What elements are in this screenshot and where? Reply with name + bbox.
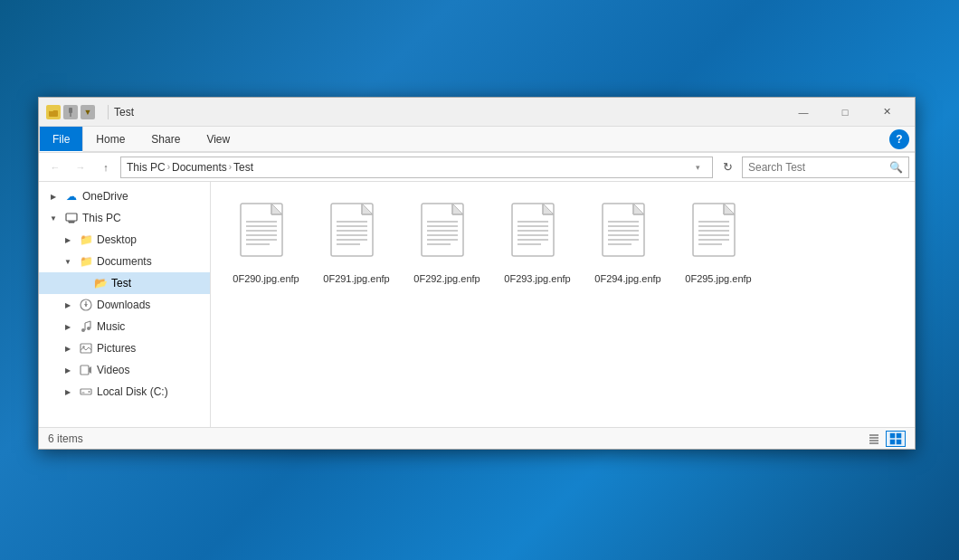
sidebar-item-music[interactable]: ▶ Music: [39, 316, 210, 337]
pictures-label: Pictures: [97, 342, 136, 355]
help-button[interactable]: ?: [889, 129, 909, 149]
file-name: 0F291.jpg.enfp: [323, 272, 389, 285]
sidebar-item-videos[interactable]: ▶ Videos: [39, 359, 210, 381]
svg-rect-2: [69, 108, 72, 113]
localdisk-label: Local Disk (C:): [97, 385, 168, 398]
view-buttons: [864, 431, 906, 447]
sidebar-item-documents[interactable]: ▼ 📁 Documents: [39, 251, 210, 272]
pictures-icon: [79, 341, 93, 356]
file-area: 0F290.jpg.enfp 0F291.jpg.enfp 0F292.jpg.…: [211, 182, 915, 427]
sidebar-item-downloads[interactable]: ▶ Downloads: [39, 294, 210, 316]
sidebar-item-localdisk[interactable]: ▶ Local Disk (C:): [39, 381, 210, 403]
close-button[interactable]: ✕: [866, 98, 907, 127]
file-icon-svg: [237, 202, 295, 269]
breadcrumb-documents[interactable]: Documents: [172, 161, 227, 174]
music-label: Music: [97, 320, 125, 333]
breadcrumb-sep-2: ›: [229, 162, 232, 172]
file-name: 0F293.jpg.enfp: [504, 272, 570, 285]
sidebar: ▶ ☁ OneDrive ▼ This PC ▶ 📁 Desktop ▼: [39, 182, 211, 427]
svg-rect-87: [897, 440, 901, 444]
file-name: 0F292.jpg.enfp: [413, 272, 480, 285]
file-explorer-window: ▼ Test — □ ✕ File Home Share View ? ← → …: [38, 97, 916, 450]
documents-icon: 📁: [79, 254, 93, 269]
file-icon-svg: [599, 202, 657, 269]
search-box: 🔍: [742, 157, 909, 178]
sidebar-item-onedrive[interactable]: ▶ ☁ OneDrive: [39, 185, 210, 207]
details-view-button[interactable]: [864, 431, 884, 447]
status-item-count: 6 items: [48, 432, 83, 445]
file-item[interactable]: 0F291.jpg.enfp: [316, 196, 397, 290]
thispc-label: This PC: [82, 212, 121, 224]
sidebar-item-test[interactable]: 📂 Test: [39, 272, 210, 294]
file-name: 0F294.jpg.enfp: [594, 272, 660, 285]
title-bar: ▼ Test — □ ✕: [39, 98, 915, 127]
title-bar-separator: [108, 105, 109, 119]
expand-arrow-documents: ▼: [61, 254, 75, 269]
maximize-button[interactable]: □: [824, 98, 866, 127]
file-name: 0F295.jpg.enfp: [685, 272, 751, 285]
status-bar: 6 items: [39, 427, 915, 449]
tab-view[interactable]: View: [194, 127, 243, 151]
ribbon-tabs: File Home Share View ?: [39, 127, 915, 152]
music-icon: [79, 319, 93, 334]
videos-label: Videos: [97, 364, 129, 376]
quick-access-arrow: ▼: [81, 105, 95, 119]
tab-home[interactable]: Home: [83, 127, 138, 151]
downloads-label: Downloads: [97, 299, 150, 311]
svg-rect-86: [890, 440, 895, 444]
address-dropdown-arrow[interactable]: ▾: [688, 163, 707, 172]
back-button[interactable]: ←: [44, 157, 66, 178]
onedrive-icon: ☁: [64, 189, 79, 204]
pin-icon: [63, 105, 78, 119]
file-item[interactable]: 0F290.jpg.enfp: [225, 196, 307, 290]
address-bar: ← → ↑ This PC › Documents › Test ▾ ↻ 🔍: [39, 153, 915, 182]
folder-icon: [46, 105, 61, 119]
file-item[interactable]: 0F295.jpg.enfp: [678, 196, 759, 290]
svg-line-13: [85, 321, 90, 323]
up-button[interactable]: ↑: [95, 157, 117, 178]
svg-rect-85: [897, 433, 901, 438]
svg-rect-1: [49, 109, 53, 111]
search-icon: 🔍: [889, 161, 903, 174]
expand-arrow-videos: ▶: [61, 363, 75, 377]
localdisk-icon: [79, 384, 93, 399]
test-icon: 📂: [93, 276, 108, 290]
title-bar-icons: ▼: [46, 105, 95, 119]
downloads-icon: [79, 298, 93, 312]
videos-icon: [79, 363, 93, 377]
desktop-icon: 📁: [79, 233, 93, 247]
test-label: Test: [111, 277, 131, 289]
file-item[interactable]: 0F292.jpg.enfp: [406, 196, 488, 290]
window-title: Test: [114, 106, 783, 119]
file-item[interactable]: 0F294.jpg.enfp: [587, 196, 669, 290]
file-item[interactable]: 0F293.jpg.enfp: [497, 196, 578, 290]
file-icon-svg: [689, 202, 747, 269]
sidebar-item-pictures[interactable]: ▶ Pictures: [39, 337, 210, 359]
file-icon-svg: [418, 202, 476, 269]
sidebar-item-desktop[interactable]: ▶ 📁 Desktop: [39, 229, 210, 251]
minimize-button[interactable]: —: [783, 98, 824, 127]
large-icons-view-button[interactable]: [886, 431, 906, 447]
expand-arrow-pictures: ▶: [61, 341, 75, 356]
sidebar-item-thispc[interactable]: ▼ This PC: [39, 207, 210, 229]
forward-button[interactable]: →: [70, 157, 91, 178]
expand-arrow-localdisk: ▶: [61, 384, 75, 399]
address-field[interactable]: This PC › Documents › Test ▾: [120, 157, 713, 178]
onedrive-label: OneDrive: [82, 190, 128, 203]
tab-share[interactable]: Share: [138, 127, 194, 151]
refresh-button[interactable]: ↻: [717, 157, 738, 178]
svg-rect-4: [66, 214, 77, 221]
expand-arrow-thispc: ▼: [46, 211, 61, 225]
main-content: ▶ ☁ OneDrive ▼ This PC ▶ 📁 Desktop ▼: [39, 182, 915, 427]
file-icon-svg: [328, 202, 385, 269]
thispc-icon: [64, 211, 79, 225]
documents-label: Documents: [97, 255, 152, 268]
search-input[interactable]: [748, 161, 889, 174]
tab-file[interactable]: File: [39, 127, 83, 152]
window-controls: — □ ✕: [783, 98, 907, 127]
svg-rect-84: [890, 433, 895, 438]
breadcrumb-this-pc[interactable]: This PC: [127, 161, 166, 174]
ribbon: File Home Share View ?: [39, 127, 915, 153]
svg-rect-16: [81, 365, 89, 375]
breadcrumb-test[interactable]: Test: [233, 161, 253, 174]
